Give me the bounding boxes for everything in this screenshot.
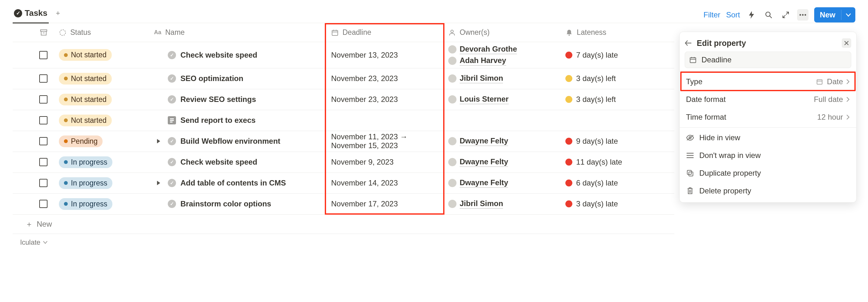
lateness-dot-icon bbox=[565, 180, 572, 186]
trash-icon bbox=[686, 187, 694, 195]
status-pill[interactable]: Not started bbox=[59, 73, 112, 85]
check-circle-icon: ✓ bbox=[14, 9, 22, 18]
property-name-input-wrap[interactable] bbox=[685, 52, 851, 68]
deadline-value: November 9, 2023 bbox=[331, 158, 394, 167]
table-row[interactable]: Not started✓Review SEO settingsNovember … bbox=[13, 89, 674, 110]
owner-chip[interactable]: Adah Harvey bbox=[448, 56, 506, 65]
text-icon: Aa bbox=[154, 29, 161, 36]
row-checkbox[interactable] bbox=[39, 51, 48, 59]
filter-button[interactable]: Filter bbox=[703, 10, 720, 19]
row-checkbox[interactable] bbox=[39, 137, 48, 145]
more-icon[interactable] bbox=[797, 9, 808, 21]
table-row[interactable]: In progress✓Check website speedNovember … bbox=[13, 152, 674, 173]
task-name: Build Webflow environment bbox=[180, 137, 280, 146]
owner-name: Jibril Simon bbox=[460, 199, 503, 209]
svg-rect-31 bbox=[687, 170, 691, 175]
status-pill[interactable]: Not started bbox=[59, 94, 112, 105]
svg-rect-15 bbox=[170, 120, 174, 121]
status-dot-icon bbox=[64, 118, 68, 122]
panel-action-nowrap[interactable]: Don't wrap in view bbox=[680, 147, 856, 164]
lateness-text: 3 day(s) left bbox=[576, 95, 616, 104]
owner-chip[interactable]: Dwayne Felty bbox=[448, 178, 508, 188]
status-pill[interactable]: Pending bbox=[59, 135, 102, 147]
close-icon[interactable] bbox=[842, 38, 851, 48]
tab-tasks[interactable]: ✓ Tasks bbox=[13, 6, 49, 24]
owner-chip[interactable]: Dwayne Felty bbox=[448, 137, 508, 146]
status-pill[interactable]: In progress bbox=[59, 177, 113, 189]
action-label: Duplicate property bbox=[699, 169, 761, 178]
panel-row-type[interactable]: Type Date bbox=[680, 73, 856, 91]
table-row[interactable]: In progress✓Add table of contents in CMS… bbox=[13, 173, 674, 194]
expand-icon[interactable] bbox=[780, 9, 792, 21]
status-dot-icon bbox=[64, 181, 68, 185]
owner-chip[interactable]: Jibril Simon bbox=[448, 199, 503, 209]
calendar-icon bbox=[689, 56, 696, 63]
chevron-right-icon bbox=[846, 96, 850, 102]
panel-row-date-format[interactable]: Date format Full date bbox=[680, 91, 856, 108]
row-value: Full date bbox=[814, 95, 843, 104]
chevron-down-icon bbox=[43, 241, 48, 244]
lateness-text: 3 day(s) late bbox=[576, 200, 618, 208]
column-header-deadline[interactable]: Deadline bbox=[326, 23, 443, 42]
status-dot-icon bbox=[64, 53, 68, 57]
sort-button[interactable]: Sort bbox=[726, 10, 740, 19]
svg-rect-20 bbox=[690, 58, 696, 63]
check-circle-icon: ✓ bbox=[168, 95, 176, 103]
owner-chip[interactable]: Dwayne Felty bbox=[448, 157, 508, 167]
table-row[interactable]: Not startedSend report to execs bbox=[13, 110, 674, 131]
svg-rect-5 bbox=[40, 30, 47, 31]
owner-chip[interactable]: Louis Sterner bbox=[448, 95, 509, 104]
row-checkbox[interactable] bbox=[39, 74, 48, 83]
new-button[interactable]: New bbox=[814, 7, 855, 23]
row-checkbox[interactable] bbox=[39, 200, 48, 208]
panel-action-delete[interactable]: Delete property bbox=[680, 182, 856, 200]
owner-name: Louis Sterner bbox=[460, 95, 509, 104]
bell-icon bbox=[565, 29, 573, 36]
new-button-label: New bbox=[814, 7, 841, 23]
back-icon[interactable] bbox=[685, 40, 692, 46]
lateness-dot-icon bbox=[565, 52, 572, 59]
status-pill[interactable]: Not started bbox=[59, 49, 112, 61]
table-row[interactable]: Not started✓SEO optimizationNovember 23,… bbox=[13, 68, 674, 89]
lightning-icon[interactable] bbox=[746, 9, 757, 21]
archive-icon[interactable] bbox=[40, 29, 48, 36]
column-header-owners[interactable]: Owner(s) bbox=[443, 23, 560, 42]
deadline-value: November 23, 2023 bbox=[331, 95, 398, 104]
panel-action-hide[interactable]: Hide in view bbox=[680, 129, 856, 147]
calculate-dropdown[interactable]: lculate bbox=[13, 234, 48, 247]
panel-action-duplicate[interactable]: Duplicate property bbox=[680, 164, 856, 182]
lateness-dot-icon bbox=[565, 138, 572, 145]
column-header-lateness[interactable]: Lateness bbox=[560, 23, 674, 42]
search-icon[interactable] bbox=[763, 9, 774, 21]
owner-chip[interactable]: Devorah Grothe bbox=[448, 44, 517, 54]
add-tab-button[interactable]: ＋ bbox=[55, 8, 61, 22]
chevron-down-icon[interactable] bbox=[841, 10, 855, 20]
column-header-status[interactable]: Status bbox=[54, 23, 149, 42]
edit-property-panel: Edit property Type Date Date format Full… bbox=[679, 32, 857, 203]
deadline-value: November 13, 2023 bbox=[331, 51, 398, 60]
table-row[interactable]: Pending✓Build Webflow environmentNovembe… bbox=[13, 131, 674, 152]
svg-point-4 bbox=[804, 14, 806, 16]
expand-toggle-icon[interactable] bbox=[154, 139, 163, 144]
calendar-icon bbox=[331, 29, 339, 36]
status-pill[interactable]: In progress bbox=[59, 198, 113, 210]
status-pill[interactable]: In progress bbox=[59, 156, 113, 168]
expand-toggle-icon[interactable] bbox=[154, 180, 163, 185]
row-checkbox[interactable] bbox=[39, 95, 48, 103]
row-checkbox[interactable] bbox=[39, 179, 48, 187]
row-checkbox[interactable] bbox=[39, 116, 48, 124]
svg-point-2 bbox=[799, 14, 801, 16]
status-pill[interactable]: Not started bbox=[59, 115, 112, 126]
row-label: Type bbox=[686, 77, 703, 86]
row-checkbox[interactable] bbox=[39, 158, 48, 166]
panel-row-time-format[interactable]: Time format 12 hour bbox=[680, 108, 856, 126]
status-dot-icon bbox=[64, 77, 68, 81]
task-name: Send report to execs bbox=[180, 116, 255, 125]
add-row-button[interactable]: ＋ New bbox=[13, 215, 674, 234]
table-row[interactable]: Not started✓Check website speedNovember … bbox=[13, 42, 674, 68]
column-header-name[interactable]: Aa Name bbox=[149, 23, 326, 42]
owner-chip[interactable]: Jibril Simon bbox=[448, 74, 503, 83]
property-name-input[interactable] bbox=[701, 55, 846, 65]
status-label: In progress bbox=[71, 179, 107, 187]
table-row[interactable]: In progress✓Brainstorm color optionsNove… bbox=[13, 194, 674, 215]
